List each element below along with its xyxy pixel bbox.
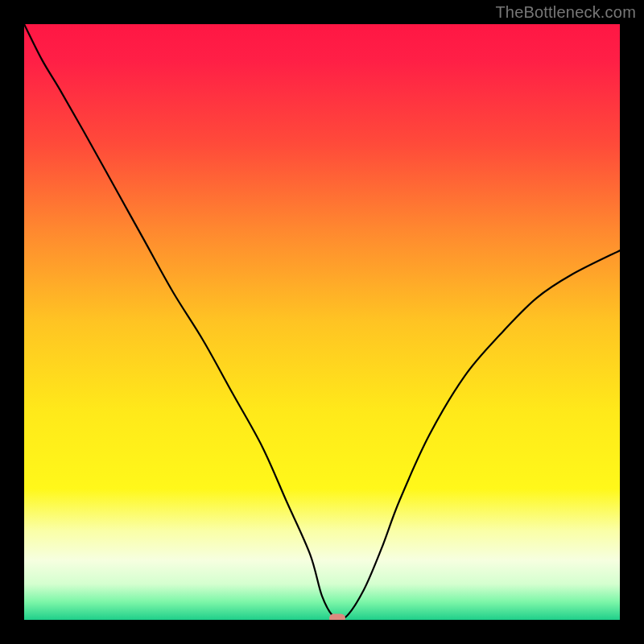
plot-area [24,24,620,620]
optimal-marker [329,613,345,620]
watermark-text: TheBottleneck.com [495,3,636,22]
bottleneck-curve [24,24,620,620]
chart-frame: TheBottleneck.com [0,0,644,644]
